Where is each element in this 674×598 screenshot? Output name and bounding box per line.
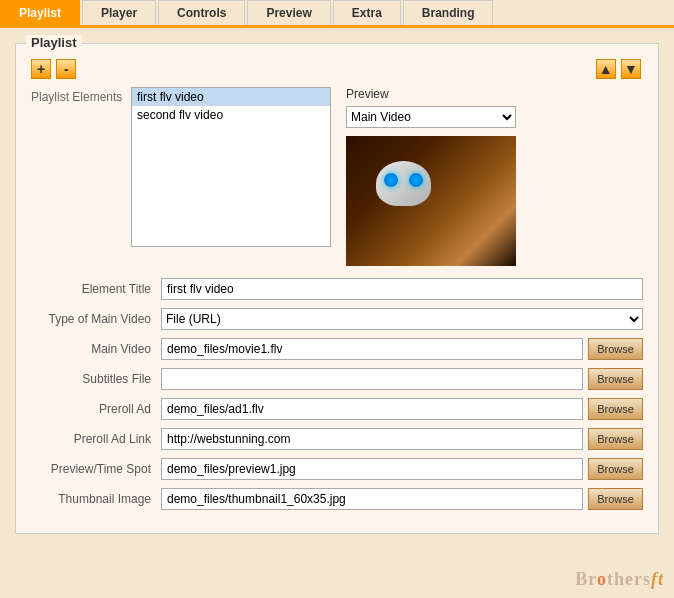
preview-dropdown-row: Main Video Preroll Ad bbox=[346, 106, 516, 128]
preroll-ad-browse-button[interactable]: Browse bbox=[588, 398, 643, 420]
preroll-ad-link-row: Preroll Ad Link Browse bbox=[31, 428, 643, 450]
main-content: Playlist + - ▲ ▼ Playlist Elements first… bbox=[0, 28, 674, 544]
main-video-row: Main Video Browse bbox=[31, 338, 643, 360]
thumbnail-image-input[interactable] bbox=[161, 488, 583, 510]
main-video-input[interactable] bbox=[161, 338, 583, 360]
preview-image-bg bbox=[346, 136, 516, 266]
remove-item-button[interactable]: - bbox=[56, 59, 76, 79]
tab-bar: Playlist Player Controls Preview Extra B… bbox=[0, 0, 674, 28]
preroll-ad-link-input[interactable] bbox=[161, 428, 583, 450]
watermark: Brothersft bbox=[575, 569, 664, 590]
element-title-label: Element Title bbox=[31, 282, 161, 296]
playlist-elements-section: Playlist Elements first flv video second… bbox=[31, 87, 331, 247]
form-section: Element Title Type of Main Video File (U… bbox=[31, 278, 643, 510]
preview-time-spot-label: Preview/Time Spot bbox=[31, 462, 161, 476]
playlist-elements-label: Playlist Elements bbox=[31, 87, 121, 104]
tab-extra[interactable]: Extra bbox=[333, 0, 401, 25]
robot-eye-right bbox=[409, 173, 423, 187]
add-item-button[interactable]: + bbox=[31, 59, 51, 79]
tab-controls[interactable]: Controls bbox=[158, 0, 245, 25]
content-row: Playlist Elements first flv video second… bbox=[31, 87, 643, 266]
preroll-ad-input[interactable] bbox=[161, 398, 583, 420]
main-video-browse-button[interactable]: Browse bbox=[588, 338, 643, 360]
tab-playlist[interactable]: Playlist bbox=[0, 0, 80, 25]
watermark-accent: o bbox=[597, 569, 607, 589]
preview-label: Preview bbox=[346, 87, 389, 101]
element-title-row: Element Title bbox=[31, 278, 643, 300]
subtitles-file-row: Subtitles File Browse bbox=[31, 368, 643, 390]
element-title-input[interactable] bbox=[161, 278, 643, 300]
watermark-end: ft bbox=[651, 569, 664, 589]
group-box-title: Playlist bbox=[26, 35, 82, 50]
preview-time-spot-input[interactable] bbox=[161, 458, 583, 480]
tab-preview[interactable]: Preview bbox=[247, 0, 330, 25]
subtitles-file-input[interactable] bbox=[161, 368, 583, 390]
subtitles-browse-button[interactable]: Browse bbox=[588, 368, 643, 390]
preview-image bbox=[346, 136, 516, 266]
move-up-button[interactable]: ▲ bbox=[596, 59, 616, 79]
preroll-ad-row: Preroll Ad Browse bbox=[31, 398, 643, 420]
watermark-suffix: thers bbox=[607, 569, 651, 589]
thumbnail-image-label: Thumbnail Image bbox=[31, 492, 161, 506]
list-item[interactable]: second flv video bbox=[132, 106, 330, 124]
subtitles-file-label: Subtitles File bbox=[31, 372, 161, 386]
move-down-button[interactable]: ▼ bbox=[621, 59, 641, 79]
robot-head bbox=[376, 161, 431, 206]
preroll-ad-label: Preroll Ad bbox=[31, 402, 161, 416]
preroll-ad-link-label: Preroll Ad Link bbox=[31, 432, 161, 446]
type-main-video-row: Type of Main Video File (URL) Stream (RT… bbox=[31, 308, 643, 330]
playlist-group-box: Playlist + - ▲ ▼ Playlist Elements first… bbox=[15, 43, 659, 534]
toolbar-row: + - ▲ ▼ bbox=[31, 59, 643, 79]
list-item[interactable]: first flv video bbox=[132, 88, 330, 106]
tab-branding[interactable]: Branding bbox=[403, 0, 494, 25]
main-video-label: Main Video bbox=[31, 342, 161, 356]
robot-eye-left bbox=[384, 173, 398, 187]
type-main-video-select[interactable]: File (URL) Stream (RTMP) YouTube bbox=[161, 308, 643, 330]
add-remove-buttons: + - bbox=[31, 59, 78, 79]
watermark-prefix: Br bbox=[575, 569, 597, 589]
type-main-video-label: Type of Main Video bbox=[31, 312, 161, 326]
tab-player[interactable]: Player bbox=[82, 0, 156, 25]
reorder-buttons: ▲ ▼ bbox=[596, 59, 643, 79]
preview-section: Preview Main Video Preroll Ad bbox=[346, 87, 516, 266]
preview-time-spot-browse-button[interactable]: Browse bbox=[588, 458, 643, 480]
thumbnail-image-row: Thumbnail Image Browse bbox=[31, 488, 643, 510]
preroll-ad-link-browse-button[interactable]: Browse bbox=[588, 428, 643, 450]
thumbnail-browse-button[interactable]: Browse bbox=[588, 488, 643, 510]
preview-time-spot-row: Preview/Time Spot Browse bbox=[31, 458, 643, 480]
preview-select[interactable]: Main Video Preroll Ad bbox=[346, 106, 516, 128]
playlist-listbox[interactable]: first flv video second flv video bbox=[131, 87, 331, 247]
